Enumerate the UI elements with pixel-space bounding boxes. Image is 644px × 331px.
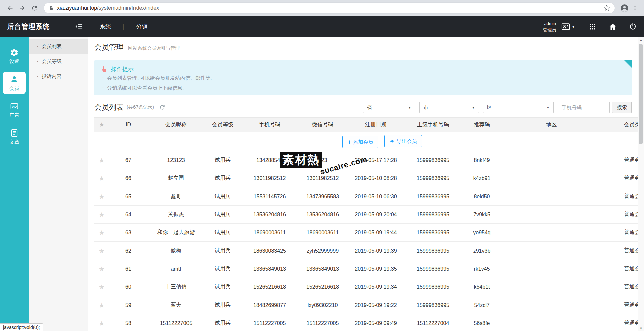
browser-refresh-button[interactable] <box>28 2 40 14</box>
header-wechat: 微信号码 <box>298 118 347 132</box>
star-icon <box>99 211 105 218</box>
cell-register-date: 2019-05-09 09:49 <box>347 314 405 331</box>
scroll-up-arrow[interactable] <box>638 37 644 43</box>
sidebar-item-members[interactable]: 会员 <box>3 72 26 94</box>
cell-region <box>502 242 601 260</box>
favorite-star-cell[interactable] <box>94 206 109 224</box>
cell-member-type: 普通会员 <box>601 296 638 314</box>
cell-referral-code: k4zb91 <box>462 169 502 187</box>
table-row: 61 amtf 试用兵 13365849013 13365849013 2019… <box>94 260 638 278</box>
browser-menu-icon[interactable] <box>630 2 640 14</box>
header-parent-phone: 上级手机号码 <box>405 118 462 132</box>
url-bar[interactable]: xia.ziyuanhui.top/systemadmin/Index/inde… <box>44 2 615 14</box>
table-row: 59 蓝天 试用兵 18482699877 lxy09302210 2019-0… <box>94 296 638 314</box>
url-text: xia.ziyuanhui.top/systemadmin/Index/inde… <box>57 5 159 11</box>
sidebar-item-label: 文章 <box>3 139 26 145</box>
favorite-star-cell[interactable] <box>94 151 109 169</box>
profile-card-button[interactable] <box>561 22 574 31</box>
page-subtitle: 网站系统会员索引与管理 <box>128 45 180 51</box>
sidebar-collapse-icon[interactable] <box>75 23 83 31</box>
cell-level: 试用兵 <box>204 242 241 260</box>
cell-region <box>502 278 601 296</box>
primary-sidebar: 设置 会员 AD 广告 文章 <box>0 37 29 331</box>
bookmark-star-icon[interactable] <box>603 5 610 11</box>
city-select[interactable]: 市 <box>419 102 479 113</box>
submenu-member-list[interactable]: 会员列表 <box>29 39 88 54</box>
cell-wechat: 13536204816 <box>298 206 347 224</box>
cell-member-type: 普通会员 <box>601 187 638 206</box>
cell-referral-code: yo954q <box>462 224 502 242</box>
cell-wechat: zyh52999999 <box>298 242 347 260</box>
cell-referral-code: 56s8fe <box>462 314 502 331</box>
cell-member-type: 普通会员 <box>601 206 638 224</box>
add-member-button[interactable]: 添加会员 <box>342 136 378 148</box>
star-icon <box>99 193 105 200</box>
star-icon <box>99 229 105 236</box>
search-button[interactable]: 搜索 <box>612 102 632 113</box>
table-row: 63 和你一起去旅游 试用兵 18690003611 18690003611 2… <box>94 224 638 242</box>
refresh-icon[interactable] <box>159 104 166 111</box>
menu-item-distribution[interactable]: 分销 <box>136 23 147 31</box>
cell-referral-code: k54b1t <box>462 278 502 296</box>
favorite-star-cell[interactable] <box>94 278 109 296</box>
district-select-value: 区 <box>487 104 492 111</box>
cell-referral-code: z91v3b <box>462 242 502 260</box>
favorite-star-cell[interactable] <box>94 224 109 242</box>
cell-parent-phone: 15999836995 <box>405 278 462 296</box>
table-row: 64 黄振杰 试用兵 13536204816 13536204816 2019-… <box>94 206 638 224</box>
sidebar-item-articles[interactable]: 文章 <box>3 125 26 148</box>
cell-register-date: 2019-05-17 17:28 <box>347 151 405 169</box>
svg-text:AD: AD <box>12 105 17 108</box>
tips-lines: 会员列表管理, 可以给会员群发站内信、邮件等. 分销系统可以查看会员上下级信息. <box>101 73 625 93</box>
favorite-star-cell[interactable] <box>94 260 109 278</box>
favorite-star-cell[interactable] <box>94 314 109 331</box>
cell-phone: 13365849013 <box>241 260 298 278</box>
home-icon[interactable] <box>609 23 617 31</box>
favorite-star-cell[interactable] <box>94 296 109 314</box>
table-row: 67 123123 试用兵 134288549 123 2019-05-17 1… <box>94 151 638 169</box>
sidebar-item-settings[interactable]: 设置 <box>3 45 26 67</box>
export-arrow-icon <box>389 139 395 144</box>
province-select[interactable]: 省 <box>363 102 415 113</box>
cell-nickname: 傲梅 <box>148 242 204 260</box>
current-user[interactable]: admin 管理员 <box>543 21 556 33</box>
cell-parent-phone: 15999836995 <box>405 296 462 314</box>
sidebar-item-ads[interactable]: AD 广告 <box>3 99 26 121</box>
app-navbar: 后台管理系统 系统 | 分销 admin 管理员 <box>0 16 644 37</box>
favorite-star-cell[interactable] <box>94 169 109 187</box>
plus-icon <box>347 139 351 145</box>
cell-member-type: 普通会员 <box>601 242 638 260</box>
cell-phone: 15531145726 <box>241 187 298 206</box>
cell-region <box>502 296 601 314</box>
export-member-button[interactable]: 导出会员 <box>384 135 422 147</box>
apps-grid-icon[interactable] <box>589 23 596 30</box>
favorite-star-cell[interactable] <box>94 187 109 206</box>
cell-register-date: 2019-05-10 08:28 <box>347 169 405 187</box>
cell-parent-phone: 15999836995 <box>405 169 462 187</box>
member-table-body: 67 123123 试用兵 134288549 123 2019-05-17 1… <box>94 151 638 331</box>
cell-level: 试用兵 <box>204 224 241 242</box>
cell-referral-code: 8eid50 <box>462 187 502 206</box>
favorite-star-cell[interactable] <box>94 242 109 260</box>
browser-profile-avatar[interactable] <box>619 2 630 14</box>
app-title: 后台管理系统 <box>7 22 50 31</box>
scroll-down-arrow[interactable] <box>638 325 644 331</box>
browser-forward-button[interactable] <box>16 2 28 14</box>
record-count: (共67条记录) <box>127 104 154 110</box>
phone-search-input[interactable] <box>558 102 610 113</box>
logout-power-icon[interactable] <box>629 23 637 31</box>
district-select[interactable]: 区 <box>483 102 554 113</box>
scrollbar-thumb[interactable] <box>639 44 643 144</box>
cell-wechat: 13365849013 <box>298 260 347 278</box>
tip-line: 分销系统可以查看会员上下级信息. <box>101 83 625 93</box>
cell-nickname: 赵立国 <box>148 169 204 187</box>
submenu-complaints[interactable]: 投诉内容 <box>29 69 88 84</box>
submenu-member-level[interactable]: 会员等级 <box>29 54 88 69</box>
browser-back-button[interactable] <box>4 2 16 14</box>
vertical-scrollbar[interactable] <box>638 37 644 331</box>
cell-region <box>502 187 601 206</box>
cell-region <box>502 206 601 224</box>
menu-item-system[interactable]: 系统 <box>100 23 111 31</box>
cell-member-id: 59 <box>109 296 148 314</box>
star-icon <box>99 301 105 309</box>
